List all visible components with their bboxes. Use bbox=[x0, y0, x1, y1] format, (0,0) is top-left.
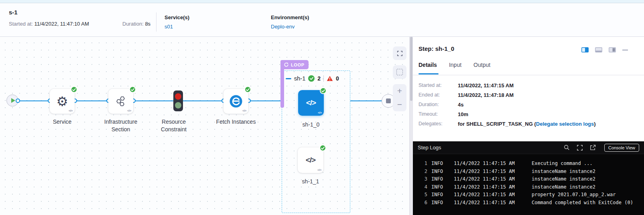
fit-to-screen-button[interactable] bbox=[393, 46, 406, 60]
group-warning-icon bbox=[327, 76, 333, 81]
duration-label: Duration: bbox=[122, 21, 144, 27]
minimized-view-toggle-icon[interactable] bbox=[609, 47, 616, 52]
node-label-fetch: Fetch Instances bbox=[208, 118, 264, 126]
detail-value: 11/4/2022, 11:47:18 AM bbox=[458, 92, 514, 98]
tab-details[interactable]: Details bbox=[418, 62, 437, 68]
bottom-view-toggle-icon[interactable] bbox=[595, 47, 602, 52]
log-timestamp: 11/4/2022 11:47:15 AM bbox=[454, 160, 532, 168]
group-success-icon bbox=[308, 75, 315, 82]
group-count-divider bbox=[323, 75, 324, 82]
minimize-panel-icon[interactable] bbox=[622, 50, 628, 50]
environments-label: Environment(s) bbox=[271, 14, 309, 20]
log-line: 1INFO11/4/2022 11:47:15 AMExecuting comm… bbox=[418, 160, 644, 168]
detail-row-ended: Ended at: 11/4/2022, 11:47:18 AM bbox=[418, 92, 639, 98]
log-message: instanceName instance2 bbox=[532, 183, 644, 191]
success-badge-icon bbox=[129, 86, 136, 93]
canvas-scrollbar[interactable] bbox=[409, 37, 412, 215]
step-logs-body[interactable]: 1INFO11/4/2022 11:47:15 AMExecuting comm… bbox=[413, 154, 644, 207]
zoom-out-button[interactable]: − bbox=[393, 98, 406, 111]
delegate-selection-logs-link[interactable]: Delegate selection logs bbox=[536, 121, 594, 127]
detail-row-timeout: Timeout: 10m bbox=[418, 111, 639, 117]
log-line-number: 1 bbox=[418, 160, 427, 168]
tab-input[interactable]: Input bbox=[449, 62, 461, 68]
detail-value: 11/4/2022, 11:47:15 AM bbox=[458, 82, 514, 88]
success-badge-icon bbox=[71, 86, 77, 93]
node-fetch-instances[interactable]: </> bbox=[223, 89, 248, 114]
log-line-number: 5 bbox=[418, 191, 427, 199]
right-view-toggle-icon[interactable] bbox=[581, 47, 589, 52]
console-view-button[interactable]: Console View bbox=[604, 144, 639, 152]
open-in-new-tab-icon[interactable] bbox=[590, 145, 596, 151]
detail-row-duration: Duration: 4s bbox=[418, 102, 639, 108]
log-line: 4INFO11/4/2022 11:47:15 AMinstanceName i… bbox=[418, 183, 644, 191]
zoom-in-button[interactable]: + bbox=[393, 84, 406, 98]
stop-icon bbox=[386, 98, 391, 103]
pipeline-name: s-1 bbox=[9, 9, 18, 16]
expand-logs-icon[interactable] bbox=[577, 145, 583, 151]
log-line-number: 6 bbox=[418, 199, 427, 207]
service-link[interactable]: s01 bbox=[165, 24, 189, 30]
marquee-select-button[interactable] bbox=[393, 65, 406, 79]
log-line: 3INFO11/4/2022 11:47:15 AMinstanceName i… bbox=[418, 175, 644, 183]
environments-block: Environment(s) Deplo-env bbox=[271, 14, 309, 30]
code-corner-icon: </> bbox=[242, 109, 246, 113]
step-logs-title: Step Logs bbox=[418, 145, 441, 151]
duration-row: Duration: 8s bbox=[122, 21, 150, 27]
edge-loop-end bbox=[350, 100, 384, 101]
log-level: INFO bbox=[431, 175, 454, 183]
detail-label: Duration: bbox=[418, 102, 458, 108]
detail-value: for SHELL_SCRIPT_TASK_NG (Delegate selec… bbox=[458, 121, 596, 127]
play-icon bbox=[11, 98, 15, 103]
started-at-value: 11/4/2022, 11:47:10 AM bbox=[35, 21, 89, 27]
loop-badge-label: LOOP bbox=[291, 62, 305, 67]
edge-service-infra bbox=[75, 100, 110, 101]
environment-link[interactable]: Deplo-env bbox=[271, 24, 309, 30]
log-level: INFO bbox=[431, 199, 454, 207]
zoom-controls: + − bbox=[393, 84, 406, 111]
panel-tabs: Details Input Output bbox=[418, 62, 490, 68]
traffic-red-icon bbox=[175, 93, 181, 100]
log-message: instanceName instance2 bbox=[532, 168, 644, 176]
log-line: 2INFO11/4/2022 11:47:15 AMinstanceName i… bbox=[418, 168, 644, 176]
active-tab-underline bbox=[418, 73, 439, 74]
detail-value: 4s bbox=[458, 102, 463, 108]
pipeline-canvas[interactable]: ⚙ </> Service </> Infrastructure Section bbox=[0, 37, 409, 215]
hexagons-icon bbox=[114, 95, 127, 108]
loop-group-box[interactable] bbox=[282, 70, 350, 213]
step-logs-panel: Step Logs Console View 1I bbox=[413, 141, 644, 215]
node-label-service: Service bbox=[42, 118, 82, 126]
node-service[interactable]: ⚙ </> bbox=[50, 89, 75, 114]
detail-row-delegates: Delegates: for SHELL_SCRIPT_TASK_NG (Del… bbox=[418, 121, 639, 127]
search-logs-icon[interactable] bbox=[564, 145, 570, 151]
node-infrastructure[interactable]: </> bbox=[108, 89, 133, 114]
duration-value: 8s bbox=[145, 21, 150, 27]
started-at-row: Started at: 11/4/2022, 11:47:10 AM bbox=[9, 21, 89, 27]
detail-label: Started at: bbox=[418, 82, 458, 88]
log-line-number: 4 bbox=[418, 183, 427, 191]
fetch-instances-icon bbox=[229, 94, 243, 108]
execution-header: s-1 Started at: 11/4/2022, 11:47:10 AM D… bbox=[0, 4, 644, 37]
node-resource-constraint[interactable] bbox=[173, 90, 183, 111]
services-block: Service(s) s01 bbox=[165, 14, 189, 30]
pipeline-execution-view: s-1 Started at: 11/4/2022, 11:47:10 AM D… bbox=[0, 0, 644, 215]
log-level: INFO bbox=[431, 191, 454, 199]
edge-start-service bbox=[15, 100, 51, 101]
connector-dot[interactable] bbox=[16, 98, 20, 103]
tab-output[interactable]: Output bbox=[473, 62, 490, 68]
collapse-icon[interactable] bbox=[286, 78, 291, 79]
code-corner-icon: </> bbox=[127, 109, 131, 113]
log-line: 6INFO11/4/2022 11:47:15 AMCommand comple… bbox=[418, 199, 644, 207]
log-line-number: 3 bbox=[418, 175, 427, 183]
delegates-suffix: ) bbox=[594, 121, 595, 127]
success-badge-icon bbox=[244, 86, 251, 93]
fullscreen-icon bbox=[397, 50, 403, 56]
log-message: Executing command ... bbox=[532, 160, 644, 168]
traffic-green-icon bbox=[175, 102, 181, 109]
top-accent-strip bbox=[0, 0, 644, 3]
loop-group-header: sh-1 2 0 bbox=[286, 75, 339, 82]
step-details-list: Started at: 11/4/2022, 11:47:15 AM Ended… bbox=[418, 82, 639, 131]
loop-icon bbox=[284, 62, 289, 67]
log-level: INFO bbox=[431, 160, 454, 168]
tabs-divider bbox=[413, 75, 644, 75]
marquee-icon bbox=[396, 69, 403, 75]
